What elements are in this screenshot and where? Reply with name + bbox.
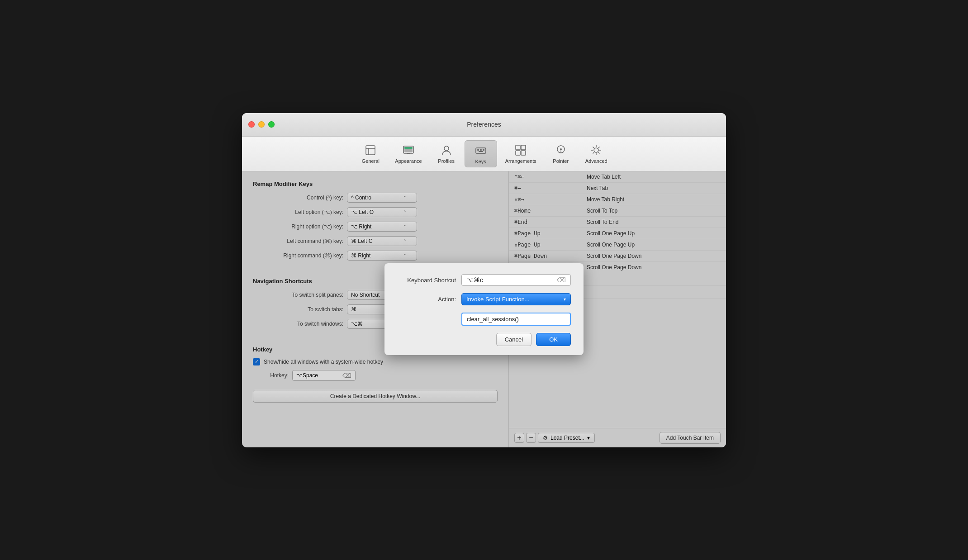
profiles-icon: [439, 143, 454, 157]
toolbar-item-arrangements[interactable]: Arrangements: [499, 140, 543, 167]
keys-label: Keys: [475, 159, 486, 164]
modal-shortcut-field[interactable]: ⌥⌘c ⌫: [461, 274, 571, 286]
minimize-button[interactable]: [258, 121, 265, 128]
modal-dropdown-chevron-icon: ▾: [564, 297, 566, 302]
svg-rect-15: [521, 145, 526, 150]
modal-buttons: Cancel OK: [397, 333, 571, 346]
modal-shortcut-label: Keyboard Shortcut: [397, 277, 456, 284]
modal-action-label: Action:: [397, 296, 456, 303]
appearance-label: Appearance: [395, 158, 422, 164]
svg-rect-11: [480, 149, 482, 151]
advanced-icon: [589, 143, 603, 157]
pointer-icon: [554, 143, 568, 157]
window-body: Remap Modifier Keys Control (^) key: ^ C…: [242, 171, 726, 447]
title-bar: Preferences: [242, 113, 726, 137]
svg-line-30: [593, 152, 594, 153]
modal-action-value: Invoke Script Function...: [466, 296, 529, 303]
general-icon: [363, 143, 378, 157]
profiles-label: Profiles: [438, 158, 455, 164]
svg-line-27: [593, 147, 594, 148]
window-title: Preferences: [467, 121, 501, 128]
svg-rect-17: [521, 151, 526, 155]
toolbar-item-advanced[interactable]: Advanced: [579, 140, 614, 167]
maximize-button[interactable]: [268, 121, 275, 128]
svg-line-28: [598, 152, 600, 153]
ok-button[interactable]: OK: [536, 333, 571, 346]
svg-rect-0: [366, 146, 375, 155]
svg-point-8: [444, 146, 449, 151]
svg-point-22: [594, 148, 598, 152]
modal-shortcut-row: Keyboard Shortcut ⌥⌘c ⌫: [397, 274, 571, 286]
svg-rect-10: [477, 149, 479, 151]
svg-rect-13: [479, 151, 483, 152]
general-label: General: [362, 158, 380, 164]
keys-icon: [474, 143, 488, 158]
svg-line-29: [598, 147, 600, 148]
arrangements-icon: [513, 143, 528, 157]
svg-rect-16: [516, 151, 520, 155]
svg-rect-14: [516, 145, 520, 150]
svg-rect-12: [483, 149, 484, 151]
modal-function-input[interactable]: [461, 313, 571, 326]
svg-point-21: [560, 148, 562, 150]
toolbar: General Appearance Profiles: [242, 137, 726, 171]
toolbar-item-keys[interactable]: Keys: [465, 140, 497, 167]
close-button[interactable]: [248, 121, 255, 128]
modal-action-dropdown[interactable]: Invoke Script Function... ▾: [461, 293, 571, 305]
modal-overlay: Keyboard Shortcut ⌥⌘c ⌫ Action: Invoke S…: [242, 171, 726, 447]
modal-shortcut-value: ⌥⌘c: [466, 276, 483, 284]
arrangements-label: Arrangements: [505, 158, 536, 164]
toolbar-item-profiles[interactable]: Profiles: [430, 140, 463, 167]
traffic-lights: [248, 121, 275, 128]
modal-clear-icon[interactable]: ⌫: [557, 276, 566, 284]
toolbar-item-appearance[interactable]: Appearance: [389, 140, 428, 167]
pointer-label: Pointer: [553, 158, 569, 164]
advanced-label: Advanced: [585, 158, 607, 164]
svg-rect-5: [404, 147, 413, 149]
appearance-icon: [401, 143, 416, 157]
modal-action-row: Action: Invoke Script Function... ▾: [397, 293, 571, 305]
keyboard-shortcut-modal: Keyboard Shortcut ⌥⌘c ⌫ Action: Invoke S…: [384, 263, 584, 355]
toolbar-item-general[interactable]: General: [354, 140, 387, 167]
cancel-button[interactable]: Cancel: [496, 333, 531, 346]
modal-function-row: [397, 313, 571, 326]
toolbar-item-pointer[interactable]: Pointer: [545, 140, 577, 167]
